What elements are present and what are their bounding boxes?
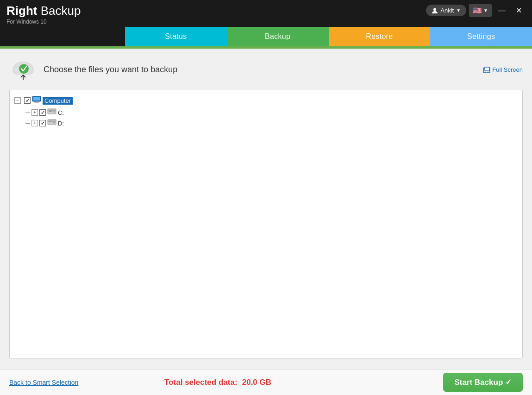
tab-status[interactable]: Status (125, 27, 227, 46)
app-subtitle: For Windows 10 (6, 19, 81, 25)
computer-collapse-btn[interactable]: − (14, 97, 21, 104)
c-drive-checkbox[interactable] (39, 109, 46, 116)
d-drive-icon (47, 119, 56, 127)
back-to-smart-selection-link[interactable]: Back to Smart Selection (9, 379, 78, 386)
c-drive-label[interactable]: C: (58, 109, 64, 116)
svg-rect-12 (34, 102, 39, 103)
svg-rect-14 (48, 109, 56, 111)
d-drive-label[interactable]: D: (58, 120, 64, 127)
user-label: Ankit (440, 7, 454, 14)
lang-dropdown-icon: ▼ (483, 8, 488, 13)
user-dropdown-icon: ▼ (456, 8, 461, 13)
d-drive-checkbox[interactable] (39, 120, 46, 126)
svg-rect-18 (48, 119, 56, 121)
language-button[interactable]: 🇺🇸 ▼ (469, 4, 492, 17)
fullscreen-icon (483, 67, 490, 73)
total-value: 20.0 GB (242, 378, 271, 387)
app-title: Right (6, 4, 37, 18)
user-button[interactable]: Ankit ▼ (426, 5, 466, 16)
svg-rect-11 (35, 101, 38, 102)
footer: Back to Smart Selection Total selected d… (0, 369, 532, 395)
tab-settings[interactable]: Settings (430, 27, 532, 46)
svg-rect-10 (33, 97, 40, 100)
app-title-normal: Backup (37, 4, 81, 18)
d-drive-expand-btn[interactable]: + (31, 120, 38, 126)
svg-rect-20 (49, 122, 52, 123)
close-button[interactable]: ✕ (512, 6, 526, 15)
computer-label[interactable]: Computer (43, 97, 73, 105)
fullscreen-label: Full Screen (492, 66, 523, 73)
svg-point-5 (19, 64, 29, 74)
total-label: Total selected data: (164, 378, 237, 387)
svg-point-15 (54, 111, 55, 113)
svg-rect-8 (485, 67, 489, 71)
svg-point-0 (433, 8, 436, 11)
tab-restore[interactable]: Restore (329, 27, 431, 46)
fullscreen-link[interactable]: Full Screen (483, 66, 523, 73)
c-drive-expand-btn[interactable]: + (31, 109, 38, 116)
start-backup-button[interactable]: Start Backup ✓ (443, 373, 523, 392)
file-tree: − Computer (9, 90, 523, 358)
cloud-icon (9, 57, 37, 82)
user-icon (432, 7, 438, 14)
svg-point-19 (54, 122, 55, 123)
computer-icon (32, 96, 41, 105)
total-data-info: Total selected data: 20.0 GB (164, 378, 271, 387)
tab-backup[interactable]: Backup (227, 27, 329, 46)
c-drive-icon (47, 108, 56, 117)
computer-checkbox[interactable] (24, 97, 31, 104)
choose-files-label: Choose the files you want to backup (44, 65, 177, 75)
flag-icon: 🇺🇸 (473, 6, 482, 15)
minimize-button[interactable]: — (494, 6, 509, 15)
svg-rect-16 (49, 111, 52, 112)
